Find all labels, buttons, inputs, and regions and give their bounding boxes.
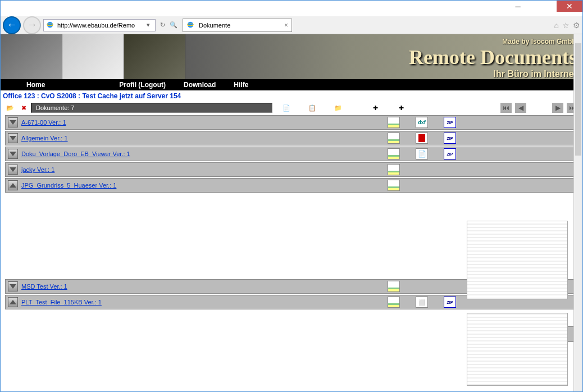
favorites-icon[interactable]: ☆ [562, 21, 570, 30]
collapse-arrow-icon[interactable] [8, 180, 18, 190]
address-bar[interactable]: ▾ [43, 19, 156, 31]
document-row: A-671-00 Ver.: 1 [5, 115, 578, 130]
banner-photo [124, 34, 186, 79]
ie-icon [46, 21, 55, 30]
tab-title: Dokumente [199, 22, 230, 29]
document-row: JPG_Grundriss_5_Huaeser Ver.: 1 [5, 178, 578, 193]
page-content: Made by Isocom GmbH Remote Documents Ihr… [1, 34, 582, 391]
menu-profil[interactable]: Profil (Logout) [110, 81, 175, 89]
tbl-icon[interactable] [388, 281, 400, 292]
document-link[interactable]: Doku_Vorlage_Doro_EB_Viewer Ver.: 1 [21, 151, 130, 157]
tool-icon[interactable]: ✚ [395, 102, 407, 113]
document-count-bar: Dokumente: 7 [31, 103, 272, 113]
main-menu: Home Profil (Logout) Download Hilfe [1, 79, 582, 90]
banner: Made by Isocom GmbH Remote Documents Ihr… [1, 34, 582, 79]
tbl-icon[interactable] [388, 133, 400, 144]
expand-arrow-icon[interactable] [8, 117, 18, 127]
collapse-arrow-icon[interactable] [8, 297, 18, 307]
zip-icon[interactable] [444, 148, 456, 159]
browser-tab[interactable]: Dokumente × [183, 19, 292, 32]
expand-arrow-icon[interactable] [8, 165, 18, 175]
tbl-icon[interactable] [388, 164, 400, 175]
window-maximize-button[interactable] [531, 1, 557, 12]
tbl-icon[interactable] [388, 297, 400, 308]
menu-home[interactable]: Home [17, 81, 54, 89]
document-preview [467, 221, 568, 299]
toolbar-right-icons: ⌂ ☆ ⚙ [554, 21, 580, 30]
plt-icon[interactable] [416, 297, 428, 308]
pdf-icon[interactable] [416, 133, 428, 144]
vertical-scrollbar[interactable] [573, 34, 582, 391]
page-first-button[interactable]: ⏮ [500, 103, 512, 113]
banner-photo [1, 34, 62, 79]
refresh-button[interactable]: ↻ [158, 21, 167, 30]
dxf-icon[interactable] [416, 117, 428, 128]
document-link[interactable]: JPG_Grundriss_5_Huaeser Ver.: 1 [21, 182, 116, 189]
properties-icon[interactable]: 📋 [306, 102, 318, 113]
expand-arrow-icon[interactable] [8, 149, 18, 159]
document-row: Allgemein Ver.: 1 [5, 131, 578, 145]
doc-icon[interactable] [416, 148, 428, 159]
banner-title: Remote Documents [409, 45, 577, 69]
browser-toolbar: ← → ▾ ↻ 🔍 Dokumente × ⌂ ☆ ⚙ [1, 16, 582, 34]
window-titlebar: ✕ [1, 1, 582, 16]
search-button[interactable]: 🔍 [169, 21, 178, 30]
nav-back-button[interactable]: ← [3, 16, 21, 34]
new-doc-icon[interactable]: 📄 [280, 102, 293, 113]
nav-forward-button: → [23, 16, 41, 34]
menu-download[interactable]: Download [175, 81, 225, 89]
breadcrumb: Office 123 : CvO S2008 : Test Cache jetz… [1, 90, 582, 102]
document-link[interactable]: jacky Ver.: 1 [21, 166, 54, 173]
tbl-icon[interactable] [388, 148, 400, 159]
window-minimize-button[interactable] [505, 1, 531, 12]
expand-arrow-icon[interactable] [8, 281, 18, 291]
tool-icon[interactable]: ✚ [369, 102, 381, 113]
document-preview [467, 313, 568, 386]
banner-photo [62, 34, 124, 79]
svg-point-2 [188, 21, 194, 28]
tbl-icon[interactable] [388, 180, 400, 191]
tab-close-icon[interactable]: × [284, 21, 288, 29]
document-row: jacky Ver.: 1 [5, 162, 578, 177]
document-link[interactable]: PLT_Test_File_115KB Ver.: 1 [21, 299, 102, 306]
action-toolbar: 📂 ✖ Dokumente: 7 📄 📋 📁 ✚ ✚ ⏮ ◀ ▶ ⏭ [1, 102, 582, 114]
home-icon[interactable]: ⌂ [554, 21, 559, 30]
banner-subtitle: Ihr Büro im Internet [409, 69, 577, 79]
document-link[interactable]: A-671-00 Ver.: 1 [21, 119, 66, 126]
page-next-button[interactable]: ▶ [552, 103, 563, 113]
expand-arrow-icon[interactable] [8, 133, 18, 143]
ie-icon [186, 21, 195, 30]
document-link[interactable]: MSD Test Ver.: 1 [21, 283, 67, 290]
zip-icon[interactable] [444, 133, 456, 144]
banner-made-by: Made by Isocom GmbH [409, 38, 577, 45]
menu-hilfe[interactable]: Hilfe [225, 81, 257, 89]
url-dropdown-icon[interactable]: ▾ [144, 21, 153, 30]
page-prev-button[interactable]: ◀ [515, 103, 526, 113]
document-row: Doku_Vorlage_Doro_EB_Viewer Ver.: 1 [5, 147, 578, 161]
tbl-icon[interactable] [388, 117, 400, 128]
url-input[interactable] [57, 22, 142, 29]
open-folder-icon[interactable]: 📁 [332, 102, 344, 113]
document-link[interactable]: Allgemein Ver.: 1 [21, 135, 68, 142]
window-close-button[interactable]: ✕ [557, 1, 582, 12]
delete-icon[interactable]: ✖ [17, 102, 30, 113]
zip-icon[interactable] [444, 297, 456, 308]
svg-point-0 [47, 21, 53, 28]
tools-icon[interactable]: ⚙ [573, 21, 580, 30]
folder-up-icon[interactable]: 📂 [4, 102, 16, 113]
zip-icon[interactable] [444, 117, 456, 128]
